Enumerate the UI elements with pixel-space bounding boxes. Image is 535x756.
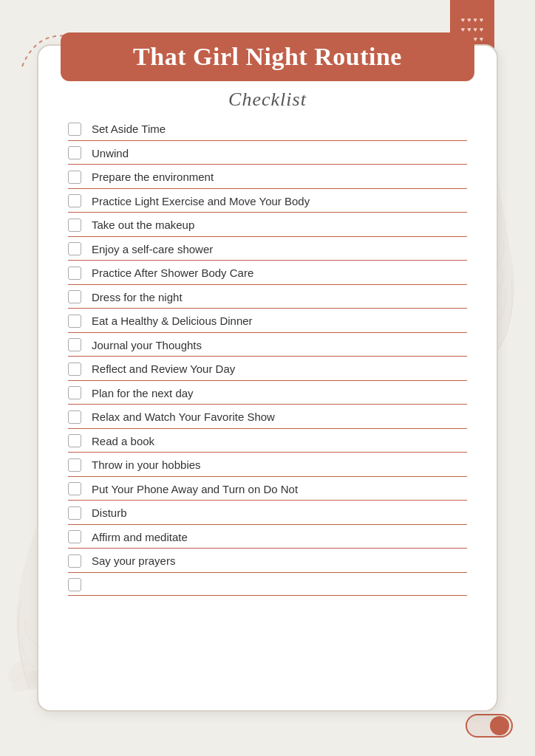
list-item: Set Aside Time xyxy=(68,117,467,141)
item-label-9: Eat a Healthy & Delicious Dinner xyxy=(92,314,467,329)
list-item: Dress for the night xyxy=(68,285,467,309)
list-item: Read a book xyxy=(68,429,467,453)
item-label-8: Dress for the night xyxy=(92,290,467,305)
item-label-12: Plan for the next day xyxy=(92,386,467,401)
item-label-3: Prepare the environment xyxy=(92,170,467,185)
item-label-4: Practice Light Exercise and Move Your Bo… xyxy=(92,194,467,209)
list-item: Journal your Thoughts xyxy=(68,333,467,357)
list-item: Enjoy a self-care shower xyxy=(68,237,467,261)
toggle-knob xyxy=(490,716,509,735)
checkbox-19[interactable] xyxy=(68,554,81,568)
checkbox-14[interactable] xyxy=(68,434,81,447)
item-label-16: Put Your Phone Away and Turn on Do Not xyxy=(92,482,467,497)
item-label-2: Unwind xyxy=(92,146,467,161)
item-label-11: Reflect and Review Your Day xyxy=(92,362,467,377)
list-item: Relax and Watch Your Favorite Show xyxy=(68,405,467,429)
list-item: Unwind xyxy=(68,141,467,165)
checkbox-15[interactable] xyxy=(68,458,81,472)
checklist-subtitle: Checklist xyxy=(38,89,497,111)
checkbox-9[interactable] xyxy=(68,315,81,328)
list-item: Put Your Phone Away and Turn on Do Not xyxy=(68,477,467,501)
list-item: Prepare the environment xyxy=(68,165,467,189)
item-label-10: Journal your Thoughts xyxy=(92,338,467,353)
list-item: Plan for the next day xyxy=(68,381,467,405)
checkbox-10[interactable] xyxy=(68,338,81,351)
checkbox-8[interactable] xyxy=(68,290,81,303)
checkbox-11[interactable] xyxy=(68,362,81,376)
checkbox-3[interactable] xyxy=(68,171,81,184)
item-label-6: Enjoy a self-care shower xyxy=(92,242,467,257)
list-item: Throw in your hobbies xyxy=(68,453,467,477)
item-label-18: Affirm and meditate xyxy=(92,530,467,545)
checkbox-4[interactable] xyxy=(68,194,81,207)
title-banner: That Girl Night Routine xyxy=(61,32,474,81)
main-card: That Girl Night Routine Checklist Set As… xyxy=(37,44,498,712)
checkbox-13[interactable] xyxy=(68,410,81,424)
list-item: Take out the makeup xyxy=(68,213,467,237)
list-item: Practice After Shower Body Care xyxy=(68,261,467,285)
list-item: Practice Light Exercise and Move Your Bo… xyxy=(68,189,467,213)
checklist-container: Set Aside Time Unwind Prepare the enviro… xyxy=(38,117,497,695)
list-item xyxy=(68,573,467,596)
checkbox-12[interactable] xyxy=(68,386,81,399)
item-label-1: Set Aside Time xyxy=(92,122,467,137)
checkbox-2[interactable] xyxy=(68,146,81,159)
checkbox-18[interactable] xyxy=(68,530,81,543)
item-label-5: Take out the makeup xyxy=(92,218,467,233)
list-item: Disturb xyxy=(68,501,467,525)
checkbox-20[interactable] xyxy=(68,578,81,591)
item-label-17: Disturb xyxy=(92,506,467,520)
checkbox-17[interactable] xyxy=(68,506,81,520)
list-item: Reflect and Review Your Day xyxy=(68,357,467,381)
list-item: Eat a Healthy & Delicious Dinner xyxy=(68,309,467,333)
item-label-19: Say your prayers xyxy=(92,554,467,568)
checkbox-16[interactable] xyxy=(68,482,81,495)
item-label-15: Throw in your hobbies xyxy=(92,458,467,472)
checkbox-1[interactable] xyxy=(68,123,81,136)
list-item: Say your prayers xyxy=(68,549,467,573)
item-label-14: Read a book xyxy=(92,434,467,449)
page-title: That Girl Night Routine xyxy=(133,43,402,70)
toggle-switch[interactable] xyxy=(466,714,513,738)
item-label-7: Practice After Shower Body Care xyxy=(92,266,467,281)
item-label-13: Relax and Watch Your Favorite Show xyxy=(92,410,467,425)
svg-point-1 xyxy=(7,656,33,686)
checkbox-7[interactable] xyxy=(68,267,81,280)
checkbox-5[interactable] xyxy=(68,219,81,232)
checkbox-6[interactable] xyxy=(68,242,81,255)
list-item: Affirm and meditate xyxy=(68,525,467,549)
